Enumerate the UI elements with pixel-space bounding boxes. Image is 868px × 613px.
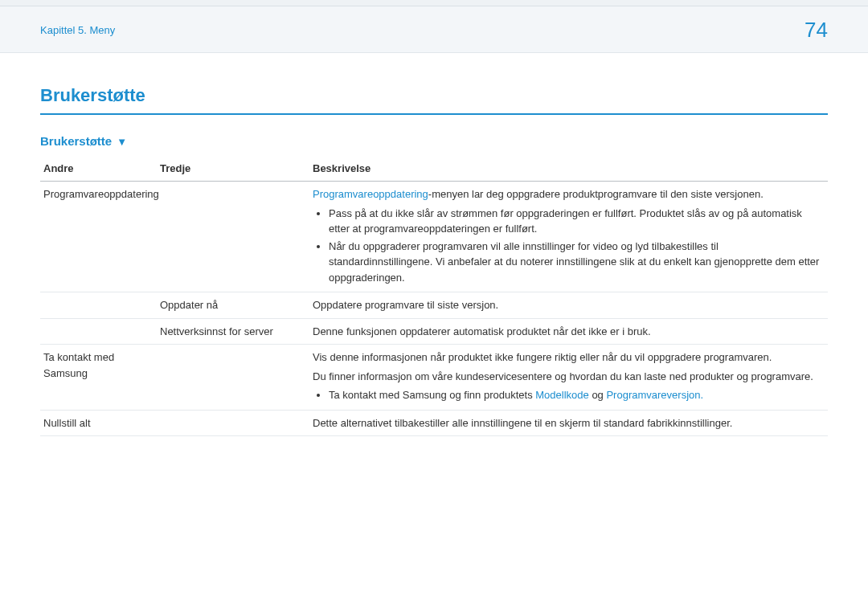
top-decorative-strip [0, 0, 868, 6]
andre-cell [40, 292, 157, 319]
table-row: Nettverksinnst for server Denne funksjon… [40, 318, 828, 345]
section-title: Brukerstøtte [40, 82, 828, 115]
tredje-cell: Oppdater nå [157, 292, 309, 319]
inline-text: -menyen lar deg oppgradere produktprogra… [428, 188, 764, 200]
description-cell: Denne funksjonen oppdaterer automatisk p… [309, 318, 828, 345]
bullet-item: Pass på at du ikke slår av strømmen før … [329, 206, 825, 237]
description-cell: Vis denne informasjonen når produktet ik… [309, 345, 828, 411]
tredje-cell: Nettverksinnst for server [157, 318, 309, 345]
inline-text: Ta kontakt med Samsung og finn produktet… [329, 389, 535, 401]
col-header-tredje: Tredje [157, 156, 309, 182]
andre-cell [40, 318, 157, 345]
caret-down-icon: ▼ [117, 134, 127, 150]
table-row: Programvareoppdatering Programvareoppdat… [40, 182, 828, 292]
bullet-item: Når du oppgraderer programvaren vil alle… [329, 239, 825, 286]
description-cell: Oppdatere programvare til siste versjon. [309, 292, 828, 319]
chapter-label: Kapittel 5. Meny [40, 22, 115, 39]
inline-text: og [589, 389, 607, 401]
description-cell: Programvareoppdatering-menyen lar deg op… [309, 182, 828, 292]
bullet-list: Ta kontakt med Samsung og finn produktet… [313, 387, 825, 403]
table-row: Ta kontakt med Samsung Vis denne informa… [40, 345, 828, 411]
tredje-cell [157, 345, 309, 411]
description-cell: Dette alternativet tilbakestiller alle i… [309, 410, 828, 436]
table-row: Nullstill alt Dette alternativet tilbake… [40, 410, 828, 436]
andre-cell: Programvareoppdatering [40, 182, 157, 292]
software-version-link: Programvareversjon. [606, 389, 703, 401]
inline-menu-name: Programvareoppdatering [313, 188, 428, 200]
andre-cell: Ta kontakt med Samsung [40, 345, 157, 411]
page-body: Brukerstøtte Brukerstøtte ▼ Andre Tredje… [0, 53, 868, 436]
andre-cell: Nullstill alt [40, 410, 157, 436]
model-code-link: Modellkode [535, 389, 589, 401]
page-header: Kapittel 5. Meny 74 [0, 6, 868, 53]
tredje-cell [157, 182, 309, 292]
col-header-beskrivelse: Beskrivelse [309, 156, 828, 182]
tredje-cell [157, 410, 309, 436]
bullet-list: Pass på at du ikke slår av strømmen før … [313, 206, 825, 286]
col-header-andre: Andre [40, 156, 157, 182]
description-line: Vis denne informasjonen når produktet ik… [313, 349, 825, 366]
menu-table: Andre Tredje Beskrivelse Programvareoppd… [40, 156, 828, 437]
bullet-item: Ta kontakt med Samsung og finn produktet… [329, 387, 825, 403]
table-row: Oppdater nå Oppdatere programvare til si… [40, 292, 828, 319]
subsection-heading: Brukerstøtte ▼ [40, 133, 828, 151]
table-header-row: Andre Tredje Beskrivelse [40, 156, 828, 182]
description-line: Du finner informasjon om våre kundeservi… [313, 369, 825, 385]
page-number: 74 [805, 14, 828, 46]
subsection-label: Brukerstøtte [40, 134, 112, 148]
